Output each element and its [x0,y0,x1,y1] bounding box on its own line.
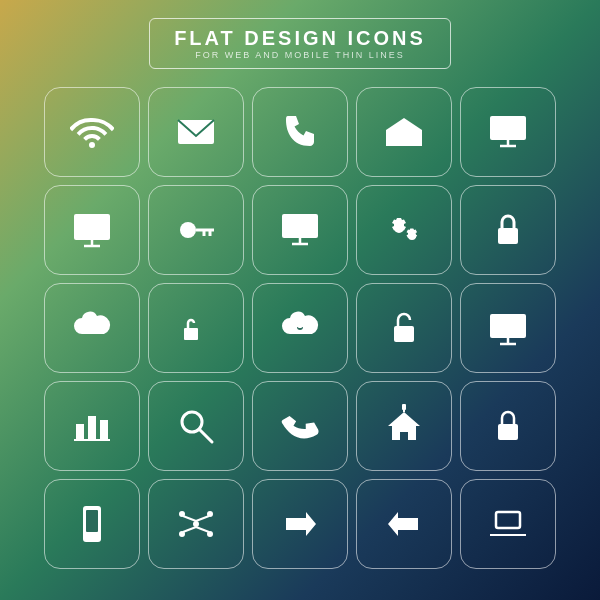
svg-line-57 [183,527,196,532]
svg-line-55 [183,516,196,521]
monitor-display-icon[interactable] [460,283,556,373]
lock-key-icon[interactable] [356,283,452,373]
laptop-icon[interactable] [460,479,556,569]
monitor-icon[interactable] [460,87,556,177]
wifi-icon[interactable] [44,87,140,177]
svg-point-10 [184,226,192,234]
lock-icon[interactable] [460,185,556,275]
monitor-play-icon2[interactable] [44,185,140,275]
svg-rect-35 [88,416,96,440]
arrow-left-icon[interactable] [356,479,452,569]
svg-rect-36 [100,420,108,440]
svg-rect-48 [86,510,98,532]
svg-rect-61 [496,512,520,528]
svg-line-58 [196,527,209,532]
gears-icon[interactable] [356,185,452,275]
arrow-right-icon[interactable] [252,479,348,569]
search-icon[interactable] [148,381,244,471]
svg-marker-60 [388,512,418,536]
key-icon[interactable] [148,185,244,275]
svg-point-21 [506,234,510,238]
svg-rect-2 [490,116,526,140]
lock-key2-icon[interactable] [460,381,556,471]
home-icon[interactable] [356,381,452,471]
mail-open-icon[interactable] [356,87,452,177]
svg-point-50 [193,521,199,527]
monitor-settings-icon[interactable] [252,185,348,275]
share-icon[interactable] [148,479,244,569]
svg-rect-34 [76,424,84,440]
page-subtitle: FOR WEB AND MOBILE THIN LINES [174,50,426,60]
phone-icon[interactable] [252,87,348,177]
cloud-icon[interactable] [44,283,140,373]
title-box: FLAT DESIGN ICONS FOR WEB AND MOBILE THI… [149,18,451,69]
svg-point-23 [190,333,193,336]
cloud-settings-icon[interactable] [252,283,348,373]
svg-line-39 [199,429,212,442]
bar-chart-icon[interactable] [44,381,140,471]
phone2-icon[interactable] [252,381,348,471]
page-title: FLAT DESIGN ICONS [174,27,426,50]
svg-point-44 [506,430,511,435]
svg-marker-59 [286,512,316,536]
mail-icon[interactable] [148,87,244,177]
svg-marker-40 [388,412,420,440]
svg-point-49 [90,535,94,539]
icons-grid [44,87,556,569]
svg-point-26 [402,332,407,337]
svg-line-56 [196,516,209,521]
mobile-icon[interactable] [44,479,140,569]
svg-rect-42 [402,404,406,410]
unlock-folder-icon[interactable] [148,283,244,373]
